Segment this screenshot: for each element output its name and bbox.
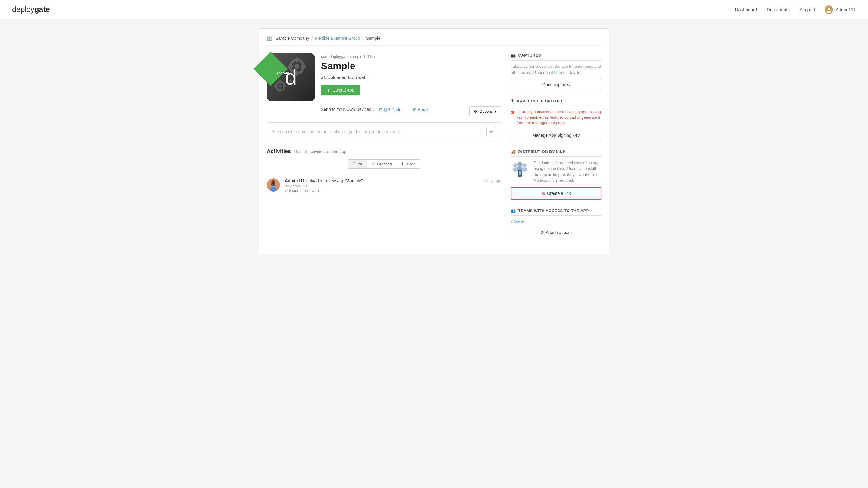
nav-support[interactable]: Support	[799, 7, 815, 12]
qr-code-link[interactable]: ⊞ QR Code	[379, 107, 401, 112]
breadcrumb-sep1: /	[311, 36, 313, 41]
content-card: 🏢 Sample Company / Flexible Example Grou…	[259, 28, 609, 254]
teams-section: 👥 TEAMS WITH ACCESS TO THE APP › Owner ⊕…	[511, 208, 601, 238]
manage-signing-key-button[interactable]: Manage App Signing Key	[511, 130, 601, 141]
svg-point-18	[270, 187, 277, 192]
svg-point-22	[518, 162, 522, 167]
error-icon: ✖	[511, 109, 515, 116]
user-badge[interactable]: Admin111	[825, 5, 856, 14]
app-layout: d Android com.deploygate.sample 1.0 (2) …	[267, 53, 601, 247]
open-captures-button[interactable]: Open captures	[511, 79, 601, 90]
info-icon: ℹ	[402, 162, 403, 166]
user-name: Admin111	[835, 7, 856, 12]
truck-icon: 🚚	[511, 150, 516, 154]
upload-app-button[interactable]: ⬆ Upload App	[321, 85, 360, 96]
activity-content: Admin111 uploaded a new app "Sample". by…	[285, 178, 501, 193]
activity-by: by Admin111	[285, 184, 364, 188]
send-label: Send to Your Own Devices：	[321, 107, 375, 112]
svg-point-1	[827, 10, 831, 13]
captures-title: 📷 CAPTURES	[511, 53, 601, 61]
activities-subtitle: Recent activities on this app.	[294, 149, 347, 154]
nav-dashboard[interactable]: Dashboard	[735, 7, 757, 12]
svg-rect-12	[279, 80, 281, 84]
filter-crashes-tab[interactable]: ⚠ Crashes	[367, 159, 397, 169]
upload-bundle-icon: ⬆	[511, 99, 515, 103]
pencil-icon: ✏	[490, 130, 493, 134]
svg-point-25	[522, 167, 527, 172]
bundle-error-msg: ✖ Currently unavailable due to missing a…	[511, 109, 601, 126]
app-main: d Android com.deploygate.sample 1.0 (2) …	[267, 53, 501, 247]
email-label: Email	[418, 107, 428, 112]
dropdown-icon: ▾	[495, 109, 497, 113]
owner-link[interactable]: › Owner	[511, 219, 601, 224]
activity-list: Admin111 uploaded a new app "Sample". by…	[267, 175, 501, 196]
filter-builds-label: Builds	[405, 162, 415, 166]
svg-point-20	[513, 163, 518, 167]
notes-placeholder: You can write notes on the application o…	[272, 129, 401, 134]
svg-rect-7	[301, 65, 306, 68]
camera-icon: 📷	[511, 53, 516, 58]
svg-rect-14	[274, 85, 278, 87]
create-link-label: Create a link	[547, 191, 571, 196]
qr-label: QR Code	[384, 107, 401, 112]
app-upload-num: #1	[321, 75, 326, 80]
distribution-info: Distribute different revisions of an app…	[511, 160, 601, 184]
svg-point-11	[279, 85, 282, 88]
list-icon: ☰	[352, 162, 356, 166]
app-info: com.deploygate.sample 1.0 (2) Sample #1 …	[321, 53, 501, 116]
chevron-right-icon: ›	[511, 219, 513, 224]
upload-app-label: Upload App	[333, 88, 354, 93]
svg-point-0	[828, 7, 830, 10]
company-name: Sample Company	[276, 36, 309, 41]
options-label: Options	[479, 109, 493, 113]
distribution-desc: Distribute different revisions of an app…	[534, 160, 601, 184]
app-bundle: com.deploygate.sample 1.0 (2)	[321, 54, 501, 59]
app-bundle-section: ⬆ APP BUNDLE UPLOAD ✖ Currently unavaila…	[511, 99, 601, 141]
captures-desc: Take a screenshot within the app to repo…	[511, 64, 601, 75]
create-link-button[interactable]: ⊕ Create a link	[511, 187, 601, 200]
app-bundle-title: ⬆ APP BUNDLE UPLOAD	[511, 99, 601, 106]
logo-light: deploy	[12, 5, 34, 14]
main-container: 🏢 Sample Company / Flexible Example Grou…	[253, 28, 615, 254]
captures-link[interactable]: here	[554, 70, 562, 75]
captures-section: 📷 CAPTURES Take a screenshot within the …	[511, 53, 601, 90]
user-avatar	[825, 5, 833, 14]
email-icon: ✉	[413, 107, 416, 112]
logo: deploygate	[12, 5, 50, 14]
send-devices: Send to Your Own Devices： ⊞ QR Code ｜ ✉ …	[321, 107, 428, 112]
edit-notes-button[interactable]: ✏	[487, 127, 496, 136]
header: deploygate Dashboard Documents Support A…	[0, 0, 868, 19]
activity-action: uploaded a new app "Sample".	[306, 178, 364, 183]
company-icon: 🏢	[267, 36, 272, 41]
options-button[interactable]: ⚙ Options ▾	[469, 106, 501, 116]
attach-team-button[interactable]: ⊕ Attach a team	[511, 227, 601, 238]
app-bundle-label: APP BUNDLE UPLOAD	[517, 99, 562, 103]
owner-label: Owner	[514, 219, 526, 224]
notes-section: You can write notes on the application o…	[267, 122, 501, 141]
filter-builds-tab[interactable]: ℹ Builds	[397, 159, 421, 169]
activity-user: Admin111	[285, 178, 305, 183]
avatar	[267, 178, 280, 192]
android-badge-text: Android	[276, 71, 289, 75]
upload-icon: ⬆	[327, 88, 331, 93]
svg-rect-27	[519, 171, 521, 175]
warning-icon: ⚠	[372, 162, 375, 166]
activity-detail: Uploaded from web.	[285, 188, 364, 193]
table-row: Admin111 uploaded a new app "Sample". by…	[267, 175, 501, 196]
captures-label: CAPTURES	[518, 53, 541, 58]
email-link[interactable]: ✉ Email	[413, 107, 428, 112]
svg-point-24	[522, 163, 527, 167]
nav-documents[interactable]: Documents	[767, 7, 789, 12]
filter-all-tab[interactable]: ☰ All	[347, 159, 367, 169]
send-sep: ｜	[405, 107, 409, 112]
breadcrumb-current: Sample	[366, 36, 380, 41]
teams-label: TEAMS WITH ACCESS TO THE APP	[518, 208, 589, 213]
breadcrumb-group[interactable]: Flexible Example Group	[315, 36, 360, 41]
gear-icon: ⚙	[474, 109, 477, 113]
activities-title: Activities	[267, 148, 291, 155]
nav: Dashboard Documents Support Admin111	[735, 5, 856, 14]
filter-all-label: All	[358, 162, 362, 166]
filter-tabs: ☰ All ⚠ Crashes ℹ Builds	[267, 159, 501, 169]
app-sidebar: 📷 CAPTURES Take a screenshot within the …	[511, 53, 601, 247]
activity-time: 1 day ago	[484, 178, 501, 183]
